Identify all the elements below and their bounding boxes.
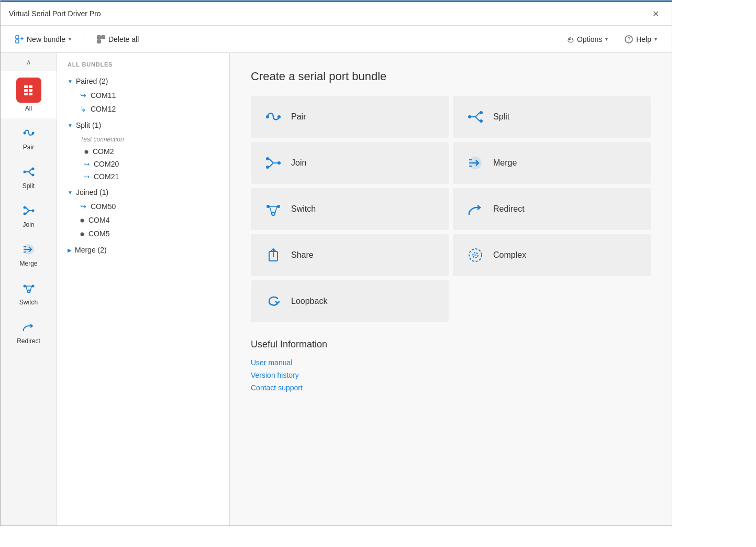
svg-rect-18 [29, 89, 32, 92]
bundle-group-joined-header[interactable]: ▼ Joined (1) [57, 185, 229, 200]
svg-line-56 [269, 159, 273, 163]
pair-card[interactable]: Pair [251, 96, 449, 138]
share-card[interactable]: Share [251, 234, 449, 276]
cards-grid: Pair Split [251, 96, 651, 322]
split-card[interactable]: Split [453, 96, 651, 138]
chevron-down-icon: ▼ [68, 79, 73, 84]
bundle-group-split: ▼ Split (1) Test connection COM2 ↦ COM20… [57, 118, 229, 183]
svg-point-27 [31, 168, 34, 170]
svg-rect-15 [24, 85, 28, 88]
svg-point-75 [474, 254, 476, 256]
com5-label: COM5 [88, 229, 109, 238]
title-bar-left: Virtual Serial Port Driver Pro [9, 9, 101, 18]
bundle-group-merge-header[interactable]: ▶ Merge (2) [57, 243, 229, 257]
delete-all-button[interactable]: Delete all [91, 32, 145, 47]
svg-rect-0 [16, 36, 19, 39]
sidebar-item-redirect[interactable]: Redirect [1, 312, 57, 351]
delete-all-icon [97, 35, 105, 43]
bundle-group-paired-header[interactable]: ▼ Paired (2) [57, 74, 229, 89]
main-layout: ∧ All Pair [1, 53, 672, 526]
sidebar-collapse-button[interactable]: ∧ [1, 53, 57, 71]
sidebar-merge-label: Merge [19, 260, 37, 267]
bundle-group-joined-label: Joined (1) [76, 188, 108, 196]
bundle-group-joined: ▼ Joined (1) ↪ COM50 COM4 COM5 [57, 185, 229, 240]
split-card-label: Split [493, 112, 509, 122]
join-card-icon [264, 154, 283, 172]
svg-line-25 [29, 169, 32, 172]
svg-point-52 [480, 111, 483, 114]
useful-info-title: Useful Information [251, 339, 651, 350]
sidebar-item-merge[interactable]: Merge [1, 235, 57, 274]
sidebar-split-label: Split [23, 182, 35, 190]
bundle-item-com2[interactable]: COM2 [57, 145, 229, 158]
bundle-item-com5[interactable]: COM5 [57, 227, 229, 240]
svg-rect-20 [29, 93, 32, 95]
com50-arrow-icon: ↪ [80, 202, 86, 211]
content-title: Create a serial port bundle [251, 70, 651, 83]
new-bundle-label: New bundle [27, 35, 65, 43]
redirect-card[interactable]: Redirect [453, 188, 651, 230]
svg-point-46 [266, 115, 269, 118]
svg-point-28 [31, 174, 34, 177]
close-button[interactable]: ✕ [648, 7, 663, 21]
svg-point-23 [23, 171, 26, 173]
svg-rect-17 [24, 89, 28, 92]
chevron-down-icon-joined: ▼ [68, 190, 73, 195]
switch-card[interactable]: Switch [251, 188, 449, 230]
svg-line-40 [30, 286, 31, 291]
bundle-item-com21[interactable]: ↦ COM21 [57, 170, 229, 183]
bundle-item-com12[interactable]: ↳ COM12 [57, 102, 229, 116]
sidebar-item-pair[interactable]: Pair [1, 118, 57, 157]
bundle-group-paired-label: Paired (2) [76, 77, 108, 85]
gear-icon [565, 35, 574, 43]
complex-card[interactable]: Complex [453, 234, 651, 276]
pair-icon [20, 125, 37, 141]
com20-arrow-icon: ↦ [84, 160, 90, 168]
loopback-card[interactable]: Loopback [251, 280, 449, 322]
bundle-list-header: ALL BUNDLES [57, 61, 229, 74]
bundle-group-merge-label: Merge (2) [75, 246, 107, 254]
com21-arrow-icon: ↦ [84, 173, 90, 180]
join-card[interactable]: Join [251, 142, 449, 184]
bundle-group-split-header[interactable]: ▼ Split (1) [57, 118, 229, 133]
sidebar-item-join[interactable]: Join [1, 196, 57, 235]
loopback-card-label: Loopback [291, 297, 327, 306]
loopback-card-icon [264, 292, 283, 311]
bundle-item-com4[interactable]: COM4 [57, 213, 229, 227]
complex-card-icon [466, 246, 485, 265]
merge-card[interactable]: Merge [453, 142, 651, 184]
all-icon [16, 78, 41, 103]
help-button[interactable]: ? Help ▾ [618, 32, 663, 47]
options-chevron: ▾ [605, 36, 608, 42]
svg-line-50 [475, 113, 480, 117]
redirect-card-icon [466, 200, 485, 218]
bundle-group-paired: ▼ Paired (2) ↪ COM11 ↳ COM12 [57, 74, 229, 116]
sidebar-item-switch[interactable]: Switch [1, 274, 57, 312]
merge-card-icon [466, 154, 485, 172]
switch-card-label: Switch [291, 204, 316, 214]
sidebar-item-split[interactable]: Split [1, 157, 57, 196]
version-history-link[interactable]: Version history [251, 371, 651, 379]
new-bundle-chevron: ▾ [69, 36, 71, 42]
user-manual-link[interactable]: User manual [251, 358, 651, 367]
help-icon: ? [625, 35, 633, 43]
sidebar-item-all[interactable]: All [1, 71, 57, 118]
svg-point-21 [23, 132, 26, 135]
help-chevron: ▾ [654, 36, 657, 42]
useful-info-section: Useful Information User manual Version h… [251, 339, 651, 392]
toolbar-right: Options ▾ ? Help ▾ [559, 32, 663, 47]
svg-point-29 [23, 206, 26, 209]
bundle-item-com50[interactable]: ↪ COM50 [57, 200, 229, 213]
bundle-group-split-label: Split (1) [76, 121, 101, 129]
bundle-item-com20[interactable]: ↦ COM20 [57, 158, 229, 170]
bundle-group-merge: ▶ Merge (2) [57, 243, 229, 257]
svg-point-48 [468, 115, 471, 118]
switch-icon [20, 280, 37, 297]
sidebar-switch-label: Switch [19, 299, 38, 306]
bundle-item-com11[interactable]: ↪ COM11 [57, 89, 229, 102]
options-label: Options [577, 35, 602, 43]
svg-line-57 [269, 163, 273, 167]
contact-support-link[interactable]: Contact support [251, 384, 651, 392]
new-bundle-button[interactable]: New bundle ▾ [9, 32, 77, 47]
options-button[interactable]: Options ▾ [559, 32, 614, 47]
